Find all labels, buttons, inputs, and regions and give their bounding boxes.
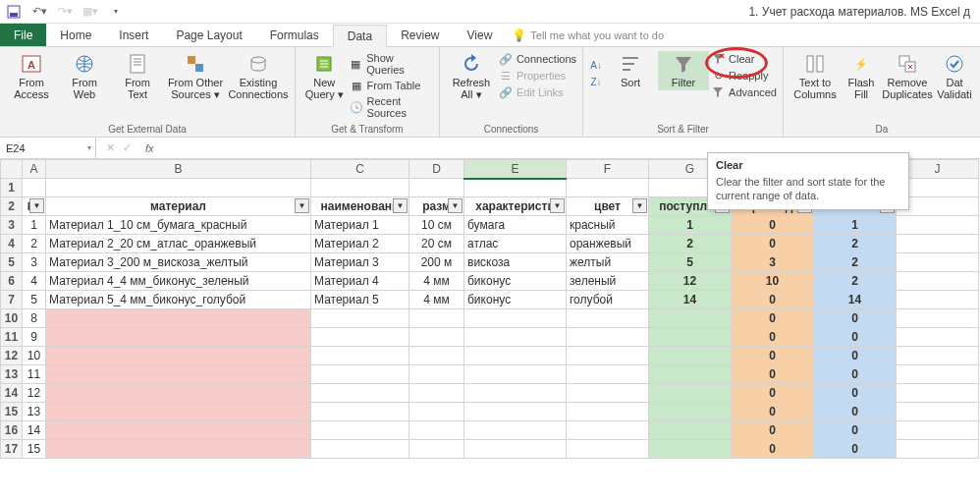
cell-F15[interactable]: [567, 403, 649, 421]
tell-me-search[interactable]: 💡 Tell me what you want to do: [506, 24, 980, 46]
from-other-sources-button[interactable]: From Other Sources ▾: [165, 51, 226, 102]
advanced-button[interactable]: Advanced: [711, 84, 777, 100]
tab-data[interactable]: Data: [333, 25, 387, 47]
cell-D5[interactable]: 200 м: [409, 253, 464, 272]
cell-I11[interactable]: 0: [814, 328, 897, 347]
cell[interactable]: [46, 179, 311, 197]
col-header-F[interactable]: F: [567, 160, 649, 179]
cell-F16[interactable]: [567, 421, 649, 440]
qat-customize-icon[interactable]: ▾: [108, 4, 124, 20]
row-header-6[interactable]: 6: [1, 272, 23, 291]
cell-C11[interactable]: [311, 328, 409, 347]
cell-D17[interactable]: [409, 440, 464, 459]
cell-H7[interactable]: 0: [732, 291, 814, 309]
reapply-button[interactable]: ↻Reapply: [711, 68, 777, 83]
qat-more-icon[interactable]: ▦▾: [82, 4, 98, 20]
cell-A17[interactable]: 15: [23, 440, 46, 459]
cell-B11[interactable]: [46, 328, 311, 347]
cell-C5[interactable]: Материал 3: [311, 253, 409, 272]
cell[interactable]: [464, 179, 567, 197]
cell-G6[interactable]: 12: [649, 272, 732, 291]
remove-duplicates-button[interactable]: Remove Duplicates: [882, 51, 933, 102]
row-header-14[interactable]: 14: [1, 384, 23, 403]
cell-E13[interactable]: [464, 365, 567, 384]
cell-C16[interactable]: [311, 421, 409, 440]
cell-F3[interactable]: красный: [567, 216, 649, 235]
row-header-3[interactable]: 3: [1, 216, 23, 235]
from-web-button[interactable]: From Web: [59, 51, 110, 102]
save-icon[interactable]: [6, 4, 22, 20]
cell-D14[interactable]: [409, 384, 464, 403]
filter-dropdown-icon[interactable]: ▼: [448, 198, 463, 213]
cell-H12[interactable]: 0: [732, 347, 814, 365]
cell-I17[interactable]: 0: [814, 440, 897, 459]
tab-formulas[interactable]: Formulas: [256, 24, 333, 46]
cell-D12[interactable]: [409, 347, 464, 365]
cell[interactable]: [567, 179, 649, 197]
cell-I13[interactable]: 0: [814, 365, 897, 384]
cell-A4[interactable]: 2: [23, 235, 46, 253]
cell-A12[interactable]: 10: [23, 347, 46, 365]
cell-C13[interactable]: [311, 365, 409, 384]
undo-icon[interactable]: ↶▾: [31, 4, 47, 20]
cell-B13[interactable]: [46, 365, 311, 384]
cell-J6[interactable]: [897, 272, 979, 291]
cell-G4[interactable]: 2: [649, 235, 732, 253]
cell-H16[interactable]: 0: [732, 421, 814, 440]
row-header-13[interactable]: 13: [1, 365, 23, 384]
flash-fill-button[interactable]: ⚡Flash Fill: [843, 51, 880, 102]
cell-G7[interactable]: 14: [649, 291, 732, 309]
cell-F6[interactable]: зеленый: [567, 272, 649, 291]
cell-J11[interactable]: [897, 328, 979, 347]
cell-I3[interactable]: 1: [814, 216, 897, 235]
cell-D7[interactable]: 4 мм: [409, 291, 464, 309]
cell-E16[interactable]: [464, 421, 567, 440]
cell-D4[interactable]: 20 см: [409, 235, 464, 253]
cell-D6[interactable]: 4 мм: [409, 272, 464, 291]
cell-I15[interactable]: 0: [814, 403, 897, 421]
filter-dropdown-icon[interactable]: ▼: [295, 198, 309, 213]
cell-B3[interactable]: Материал 1_10 см_бумага_красный: [46, 216, 311, 235]
cell-J12[interactable]: [897, 347, 979, 365]
cell-F10[interactable]: [567, 309, 649, 328]
tab-home[interactable]: Home: [46, 24, 105, 46]
cell-G12[interactable]: [649, 347, 732, 365]
cell-D10[interactable]: [409, 309, 464, 328]
existing-connections-button[interactable]: Existing Connections: [228, 51, 289, 102]
cell-I7[interactable]: 14: [814, 291, 897, 309]
row-header-17[interactable]: 17: [1, 440, 23, 459]
col-header-B[interactable]: B: [46, 160, 311, 179]
cell-J15[interactable]: [897, 403, 979, 421]
cell-F5[interactable]: желтый: [567, 253, 649, 272]
cell-A14[interactable]: 12: [23, 384, 46, 403]
cell-G15[interactable]: [649, 403, 732, 421]
cell-G11[interactable]: [649, 328, 732, 347]
cell-D13[interactable]: [409, 365, 464, 384]
cell-C12[interactable]: [311, 347, 409, 365]
from-access-button[interactable]: AFrom Access: [6, 51, 57, 102]
cell-C17[interactable]: [311, 440, 409, 459]
filter-dropdown-icon[interactable]: ▼: [632, 198, 647, 213]
cell-C6[interactable]: Материал 4: [311, 272, 409, 291]
col-header-D[interactable]: D: [409, 160, 464, 179]
cell-B16[interactable]: [46, 421, 311, 440]
cell-J16[interactable]: [897, 421, 979, 440]
cell-G14[interactable]: [649, 384, 732, 403]
cell-F14[interactable]: [567, 384, 649, 403]
cell-A6[interactable]: 4: [23, 272, 46, 291]
cell-A13[interactable]: 11: [23, 365, 46, 384]
cell-I14[interactable]: 0: [814, 384, 897, 403]
cell-J5[interactable]: [897, 253, 979, 272]
cell-J4[interactable]: [897, 235, 979, 253]
cell-H5[interactable]: 3: [732, 253, 814, 272]
cell-B7[interactable]: Материал 5_4 мм_биконус_голубой: [46, 291, 311, 309]
cell-I16[interactable]: 0: [814, 421, 897, 440]
cell-C15[interactable]: [311, 403, 409, 421]
table-header-B[interactable]: материал▼: [46, 197, 311, 216]
redo-icon[interactable]: ↷▾: [57, 4, 73, 20]
filter-button[interactable]: Filter: [658, 51, 709, 90]
select-all-cell[interactable]: [1, 160, 23, 179]
cell[interactable]: [409, 179, 464, 197]
cell-A10[interactable]: 8: [23, 309, 46, 328]
cell-D3[interactable]: 10 см: [409, 216, 464, 235]
